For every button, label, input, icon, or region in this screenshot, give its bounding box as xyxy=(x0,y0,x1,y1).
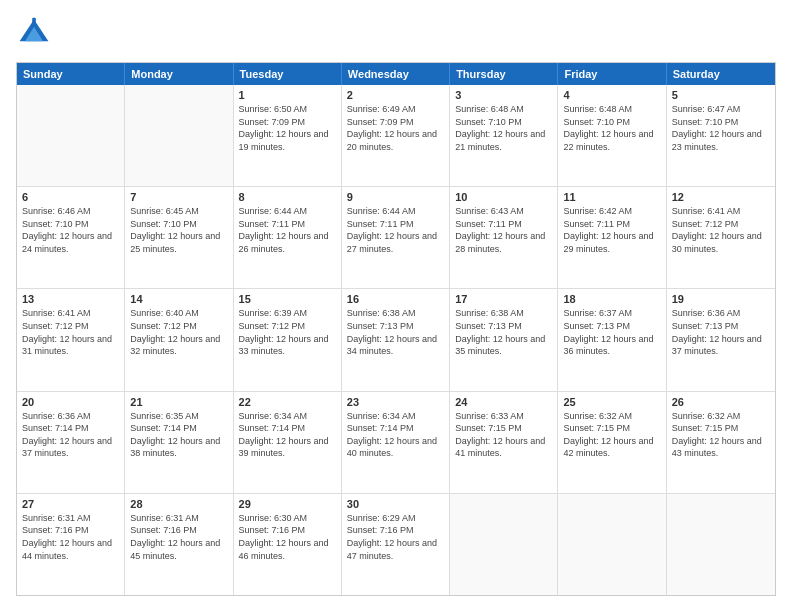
day-number: 24 xyxy=(455,396,552,408)
calendar-cell: 2Sunrise: 6:49 AM Sunset: 7:09 PM Daylig… xyxy=(342,85,450,186)
calendar-cell xyxy=(125,85,233,186)
cell-sun-info: Sunrise: 6:35 AM Sunset: 7:14 PM Dayligh… xyxy=(130,410,227,460)
day-number: 29 xyxy=(239,498,336,510)
cell-sun-info: Sunrise: 6:38 AM Sunset: 7:13 PM Dayligh… xyxy=(455,307,552,357)
cell-sun-info: Sunrise: 6:32 AM Sunset: 7:15 PM Dayligh… xyxy=(563,410,660,460)
header-day-monday: Monday xyxy=(125,63,233,85)
cell-sun-info: Sunrise: 6:44 AM Sunset: 7:11 PM Dayligh… xyxy=(347,205,444,255)
calendar-header: SundayMondayTuesdayWednesdayThursdayFrid… xyxy=(17,63,775,85)
logo-icon xyxy=(16,16,52,52)
day-number: 2 xyxy=(347,89,444,101)
header-day-tuesday: Tuesday xyxy=(234,63,342,85)
cell-sun-info: Sunrise: 6:46 AM Sunset: 7:10 PM Dayligh… xyxy=(22,205,119,255)
logo xyxy=(16,16,56,52)
calendar-cell: 16Sunrise: 6:38 AM Sunset: 7:13 PM Dayli… xyxy=(342,289,450,390)
cell-sun-info: Sunrise: 6:42 AM Sunset: 7:11 PM Dayligh… xyxy=(563,205,660,255)
cell-sun-info: Sunrise: 6:41 AM Sunset: 7:12 PM Dayligh… xyxy=(672,205,770,255)
calendar-row-0: 1Sunrise: 6:50 AM Sunset: 7:09 PM Daylig… xyxy=(17,85,775,187)
day-number: 8 xyxy=(239,191,336,203)
header-day-thursday: Thursday xyxy=(450,63,558,85)
calendar-cell: 5Sunrise: 6:47 AM Sunset: 7:10 PM Daylig… xyxy=(667,85,775,186)
calendar-cell: 21Sunrise: 6:35 AM Sunset: 7:14 PM Dayli… xyxy=(125,392,233,493)
day-number: 12 xyxy=(672,191,770,203)
calendar-cell: 20Sunrise: 6:36 AM Sunset: 7:14 PM Dayli… xyxy=(17,392,125,493)
day-number: 4 xyxy=(563,89,660,101)
day-number: 9 xyxy=(347,191,444,203)
calendar-cell xyxy=(667,494,775,595)
calendar-cell: 1Sunrise: 6:50 AM Sunset: 7:09 PM Daylig… xyxy=(234,85,342,186)
cell-sun-info: Sunrise: 6:38 AM Sunset: 7:13 PM Dayligh… xyxy=(347,307,444,357)
cell-sun-info: Sunrise: 6:36 AM Sunset: 7:13 PM Dayligh… xyxy=(672,307,770,357)
calendar-cell: 13Sunrise: 6:41 AM Sunset: 7:12 PM Dayli… xyxy=(17,289,125,390)
cell-sun-info: Sunrise: 6:36 AM Sunset: 7:14 PM Dayligh… xyxy=(22,410,119,460)
cell-sun-info: Sunrise: 6:41 AM Sunset: 7:12 PM Dayligh… xyxy=(22,307,119,357)
cell-sun-info: Sunrise: 6:49 AM Sunset: 7:09 PM Dayligh… xyxy=(347,103,444,153)
svg-rect-2 xyxy=(32,18,36,25)
cell-sun-info: Sunrise: 6:29 AM Sunset: 7:16 PM Dayligh… xyxy=(347,512,444,562)
header-day-sunday: Sunday xyxy=(17,63,125,85)
calendar-row-1: 6Sunrise: 6:46 AM Sunset: 7:10 PM Daylig… xyxy=(17,187,775,289)
calendar-cell: 27Sunrise: 6:31 AM Sunset: 7:16 PM Dayli… xyxy=(17,494,125,595)
cell-sun-info: Sunrise: 6:48 AM Sunset: 7:10 PM Dayligh… xyxy=(455,103,552,153)
calendar-cell: 17Sunrise: 6:38 AM Sunset: 7:13 PM Dayli… xyxy=(450,289,558,390)
day-number: 11 xyxy=(563,191,660,203)
day-number: 28 xyxy=(130,498,227,510)
day-number: 18 xyxy=(563,293,660,305)
calendar-cell: 6Sunrise: 6:46 AM Sunset: 7:10 PM Daylig… xyxy=(17,187,125,288)
calendar-cell: 18Sunrise: 6:37 AM Sunset: 7:13 PM Dayli… xyxy=(558,289,666,390)
day-number: 21 xyxy=(130,396,227,408)
cell-sun-info: Sunrise: 6:50 AM Sunset: 7:09 PM Dayligh… xyxy=(239,103,336,153)
cell-sun-info: Sunrise: 6:44 AM Sunset: 7:11 PM Dayligh… xyxy=(239,205,336,255)
day-number: 19 xyxy=(672,293,770,305)
header-day-wednesday: Wednesday xyxy=(342,63,450,85)
calendar-cell: 30Sunrise: 6:29 AM Sunset: 7:16 PM Dayli… xyxy=(342,494,450,595)
calendar-cell: 24Sunrise: 6:33 AM Sunset: 7:15 PM Dayli… xyxy=(450,392,558,493)
calendar-cell: 12Sunrise: 6:41 AM Sunset: 7:12 PM Dayli… xyxy=(667,187,775,288)
day-number: 23 xyxy=(347,396,444,408)
day-number: 22 xyxy=(239,396,336,408)
calendar-cell: 9Sunrise: 6:44 AM Sunset: 7:11 PM Daylig… xyxy=(342,187,450,288)
calendar-cell: 4Sunrise: 6:48 AM Sunset: 7:10 PM Daylig… xyxy=(558,85,666,186)
cell-sun-info: Sunrise: 6:32 AM Sunset: 7:15 PM Dayligh… xyxy=(672,410,770,460)
header-day-saturday: Saturday xyxy=(667,63,775,85)
cell-sun-info: Sunrise: 6:37 AM Sunset: 7:13 PM Dayligh… xyxy=(563,307,660,357)
cell-sun-info: Sunrise: 6:33 AM Sunset: 7:15 PM Dayligh… xyxy=(455,410,552,460)
calendar-cell: 22Sunrise: 6:34 AM Sunset: 7:14 PM Dayli… xyxy=(234,392,342,493)
calendar-cell: 10Sunrise: 6:43 AM Sunset: 7:11 PM Dayli… xyxy=(450,187,558,288)
day-number: 25 xyxy=(563,396,660,408)
calendar-cell: 28Sunrise: 6:31 AM Sunset: 7:16 PM Dayli… xyxy=(125,494,233,595)
calendar-cell: 8Sunrise: 6:44 AM Sunset: 7:11 PM Daylig… xyxy=(234,187,342,288)
day-number: 14 xyxy=(130,293,227,305)
calendar-row-2: 13Sunrise: 6:41 AM Sunset: 7:12 PM Dayli… xyxy=(17,289,775,391)
cell-sun-info: Sunrise: 6:43 AM Sunset: 7:11 PM Dayligh… xyxy=(455,205,552,255)
calendar-cell: 3Sunrise: 6:48 AM Sunset: 7:10 PM Daylig… xyxy=(450,85,558,186)
day-number: 10 xyxy=(455,191,552,203)
cell-sun-info: Sunrise: 6:34 AM Sunset: 7:14 PM Dayligh… xyxy=(239,410,336,460)
calendar-cell: 29Sunrise: 6:30 AM Sunset: 7:16 PM Dayli… xyxy=(234,494,342,595)
calendar-cell xyxy=(450,494,558,595)
calendar-cell: 25Sunrise: 6:32 AM Sunset: 7:15 PM Dayli… xyxy=(558,392,666,493)
cell-sun-info: Sunrise: 6:39 AM Sunset: 7:12 PM Dayligh… xyxy=(239,307,336,357)
calendar-cell: 19Sunrise: 6:36 AM Sunset: 7:13 PM Dayli… xyxy=(667,289,775,390)
calendar-cell: 11Sunrise: 6:42 AM Sunset: 7:11 PM Dayli… xyxy=(558,187,666,288)
day-number: 17 xyxy=(455,293,552,305)
calendar-cell xyxy=(17,85,125,186)
cell-sun-info: Sunrise: 6:40 AM Sunset: 7:12 PM Dayligh… xyxy=(130,307,227,357)
calendar: SundayMondayTuesdayWednesdayThursdayFrid… xyxy=(16,62,776,596)
calendar-cell: 26Sunrise: 6:32 AM Sunset: 7:15 PM Dayli… xyxy=(667,392,775,493)
calendar-cell: 15Sunrise: 6:39 AM Sunset: 7:12 PM Dayli… xyxy=(234,289,342,390)
cell-sun-info: Sunrise: 6:47 AM Sunset: 7:10 PM Dayligh… xyxy=(672,103,770,153)
cell-sun-info: Sunrise: 6:31 AM Sunset: 7:16 PM Dayligh… xyxy=(22,512,119,562)
day-number: 7 xyxy=(130,191,227,203)
cell-sun-info: Sunrise: 6:34 AM Sunset: 7:14 PM Dayligh… xyxy=(347,410,444,460)
day-number: 13 xyxy=(22,293,119,305)
calendar-cell xyxy=(558,494,666,595)
calendar-row-3: 20Sunrise: 6:36 AM Sunset: 7:14 PM Dayli… xyxy=(17,392,775,494)
calendar-cell: 14Sunrise: 6:40 AM Sunset: 7:12 PM Dayli… xyxy=(125,289,233,390)
cell-sun-info: Sunrise: 6:48 AM Sunset: 7:10 PM Dayligh… xyxy=(563,103,660,153)
calendar-cell: 23Sunrise: 6:34 AM Sunset: 7:14 PM Dayli… xyxy=(342,392,450,493)
day-number: 5 xyxy=(672,89,770,101)
day-number: 1 xyxy=(239,89,336,101)
cell-sun-info: Sunrise: 6:45 AM Sunset: 7:10 PM Dayligh… xyxy=(130,205,227,255)
day-number: 6 xyxy=(22,191,119,203)
